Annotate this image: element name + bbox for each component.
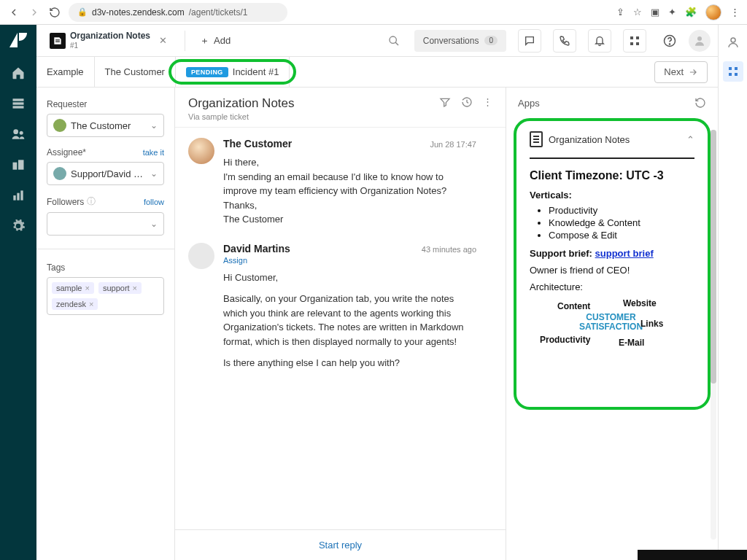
close-icon[interactable]: ✕ (155, 35, 171, 46)
svg-point-3 (13, 129, 18, 134)
add-label: Add (214, 35, 231, 46)
svg-rect-1 (13, 102, 24, 104)
context-sidebar (718, 25, 747, 560)
word-cloud: Content Website CUSTOMER SATISFACTION Li… (530, 298, 694, 357)
ticket-tabs: Example The Customer PENDING Incident #1… (36, 57, 718, 88)
views-icon[interactable] (9, 95, 27, 112)
app-title: Organization Notes (549, 134, 630, 145)
message-time: Jun 28 17:47 (430, 140, 476, 149)
avatar (188, 138, 214, 164)
message-text: Hi Customer, Basically, on your Organiza… (223, 271, 476, 370)
tag[interactable]: zendesk× (52, 298, 98, 310)
remove-tag-icon[interactable]: × (133, 284, 137, 292)
workspace-tab-sub: #1 (70, 42, 150, 50)
vertical-item: Knowledge & Content (549, 217, 694, 228)
vertical-item: Compose & Edit (549, 230, 694, 241)
follow-link[interactable]: follow (144, 198, 164, 206)
bounding-icon[interactable]: ▣ (651, 7, 659, 18)
chat-icon[interactable] (518, 29, 541, 52)
history-icon[interactable] (461, 96, 473, 108)
reporting-icon[interactable] (9, 187, 27, 204)
customers-icon[interactable] (9, 125, 27, 143)
assignee-dropdown[interactable]: Support/David Ma... ⌄ (47, 162, 164, 185)
support-brief-link[interactable]: support brief (595, 248, 654, 259)
svg-rect-23 (729, 73, 732, 76)
ticket-via: Via sample ticket (188, 112, 295, 121)
assignee-value: Support/David Ma... (71, 168, 146, 179)
take-it-link[interactable]: take it (143, 148, 164, 157)
workspace-tab-title: Organization Notes (70, 31, 150, 41)
refresh-icon[interactable] (694, 97, 706, 109)
bell-icon[interactable] (588, 29, 611, 52)
apps-panel: Apps Organization Notes ⌃ Client Timezon… (506, 88, 718, 560)
tab-customer[interactable]: The Customer (95, 57, 176, 87)
svg-rect-11 (55, 41, 60, 42)
zendesk-logo[interactable] (7, 29, 29, 51)
chevron-down-icon: ⌄ (150, 168, 158, 179)
extensions-icon[interactable]: ✦ (668, 7, 676, 18)
next-button[interactable]: Next (654, 61, 708, 83)
assign-link[interactable]: Assign (223, 256, 476, 265)
svg-rect-9 (20, 190, 23, 200)
more-icon[interactable]: ⋮ (483, 96, 492, 108)
tags-input[interactable]: sample×support×zendesk× (47, 277, 164, 315)
profile-avatar[interactable] (705, 4, 721, 20)
scroll-thumb[interactable] (711, 130, 716, 384)
reload-icon[interactable] (48, 6, 61, 19)
add-button[interactable]: ＋ Add (193, 34, 238, 47)
message-thread: The Customer Jun 28 17:47 Hi there,I'm s… (175, 128, 506, 529)
share-icon[interactable]: ⇪ (616, 7, 624, 18)
help-icon[interactable] (658, 29, 681, 52)
message-author: The Customer (223, 138, 292, 149)
tag[interactable]: sample× (52, 282, 94, 294)
puzzle-icon[interactable]: 🧩 (685, 7, 697, 18)
svg-rect-24 (735, 73, 738, 76)
admin-icon[interactable] (9, 217, 27, 235)
kebab-icon[interactable]: ⋮ (730, 7, 740, 18)
chevron-down-icon: ⌄ (150, 219, 158, 229)
product-sidebar (0, 25, 36, 560)
url-bar[interactable]: 🔒 d3v-notes.zendesk.com/agent/tickets/1 (69, 3, 287, 22)
lock-icon: 🔒 (77, 7, 88, 17)
followers-label: Followers (47, 197, 84, 207)
scrollbar[interactable] (711, 130, 716, 540)
svg-rect-15 (630, 42, 633, 45)
conversations-count: 0 (484, 36, 498, 45)
tab-example[interactable]: Example (36, 57, 95, 87)
svg-rect-8 (17, 193, 19, 201)
start-reply-button[interactable]: Start reply (175, 529, 506, 560)
phone-icon[interactable] (553, 29, 576, 52)
followers-dropdown[interactable]: ⌄ (47, 212, 164, 236)
chevron-up-icon[interactable]: ⌃ (686, 134, 694, 145)
browser-actions: ⇪ ☆ ▣ ✦ 🧩 ⋮ (616, 4, 740, 20)
forward-icon[interactable] (28, 6, 41, 19)
requester-dropdown[interactable]: The Customer ⌄ (47, 114, 164, 137)
star-icon[interactable]: ☆ (633, 7, 642, 18)
home-icon[interactable] (9, 64, 27, 82)
svg-point-18 (669, 43, 670, 44)
truncated-bar (638, 550, 747, 560)
search-icon[interactable] (381, 35, 407, 47)
svg-point-4 (20, 131, 23, 135)
conversations-button[interactable]: Conversations 0 (414, 30, 506, 52)
remove-tag-icon[interactable]: × (89, 300, 93, 308)
workspace-topbar: Organization Notes #1 ✕ ＋ Add Conversati… (36, 25, 718, 57)
user-avatar[interactable] (689, 30, 711, 52)
tag[interactable]: support× (98, 282, 142, 294)
back-icon[interactable] (7, 6, 20, 19)
svg-rect-5 (13, 163, 18, 170)
filter-icon[interactable] (439, 96, 451, 108)
apps-header: Apps (518, 98, 540, 109)
svg-point-20 (731, 38, 735, 42)
tab-incident[interactable]: PENDING Incident #1 (176, 57, 290, 87)
user-context-icon[interactable] (723, 32, 743, 52)
apps-context-icon[interactable] (723, 61, 743, 82)
organization-notes-app: Organization Notes ⌃ Client Timezone: UT… (514, 118, 711, 410)
remove-tag-icon[interactable]: × (85, 284, 89, 292)
workspace-tab[interactable]: Organization Notes #1 ✕ (44, 26, 177, 55)
browser-toolbar: 🔒 d3v-notes.zendesk.com/agent/tickets/1 … (0, 0, 747, 25)
message: David Martins 43 minutes ago Assign Hi C… (188, 243, 476, 378)
apps-grid-icon[interactable] (623, 29, 646, 52)
organizations-icon[interactable] (9, 156, 27, 174)
svg-rect-10 (55, 39, 60, 40)
